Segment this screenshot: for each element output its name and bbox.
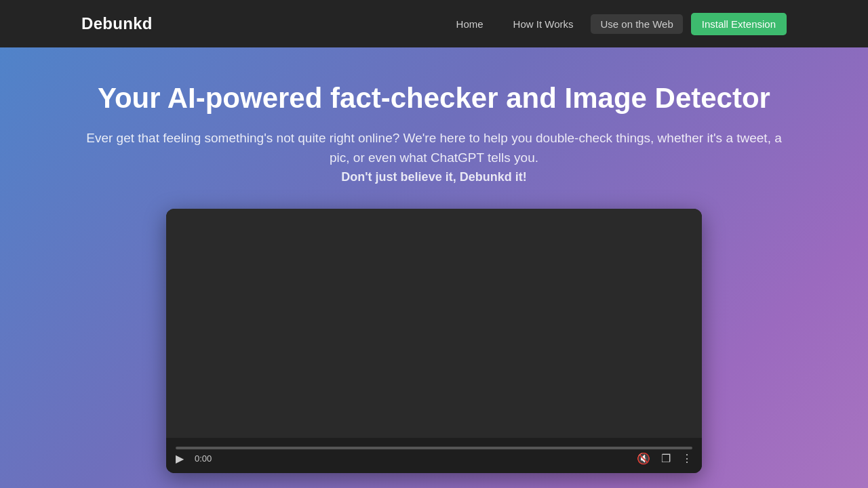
video-progress-bar[interactable]	[176, 447, 692, 449]
hero-title: Your AI-powered fact-checker and Image D…	[98, 81, 770, 115]
more-options-button[interactable]: ⋮	[682, 452, 692, 465]
install-extension-button[interactable]: Install Extension	[691, 13, 787, 35]
video-controls-right: 🔇 ❐ ⋮	[637, 452, 692, 465]
hero-subtitle: Ever get that feeling something's not qu…	[75, 129, 793, 167]
video-player[interactable]: ▶ 0:00 🔇 ❐ ⋮	[166, 209, 702, 473]
hero-tagline: Don't just believe it, Debunkd it!	[341, 170, 526, 184]
use-on-web-button[interactable]: Use on the Web	[591, 14, 682, 34]
brand-logo: Debunkd	[81, 14, 153, 33]
video-controls-left: ▶ 0:00	[176, 452, 212, 465]
video-controls: ▶ 0:00 🔇 ❐ ⋮	[166, 438, 702, 473]
nav-links: Home How It Works Use on the Web Install…	[444, 13, 787, 35]
video-main-area	[166, 209, 702, 438]
navbar: Debunkd Home How It Works Use on the Web…	[0, 0, 868, 47]
play-button[interactable]: ▶	[176, 452, 184, 465]
fullscreen-button[interactable]: ❐	[661, 452, 671, 465]
home-link[interactable]: Home	[444, 14, 496, 34]
mute-button[interactable]: 🔇	[637, 452, 650, 465]
video-time: 0:00	[195, 453, 212, 464]
how-it-works-link[interactable]: How It Works	[501, 14, 586, 34]
video-controls-row: ▶ 0:00 🔇 ❐ ⋮	[176, 452, 692, 465]
hero-section: Your AI-powered fact-checker and Image D…	[0, 47, 868, 488]
